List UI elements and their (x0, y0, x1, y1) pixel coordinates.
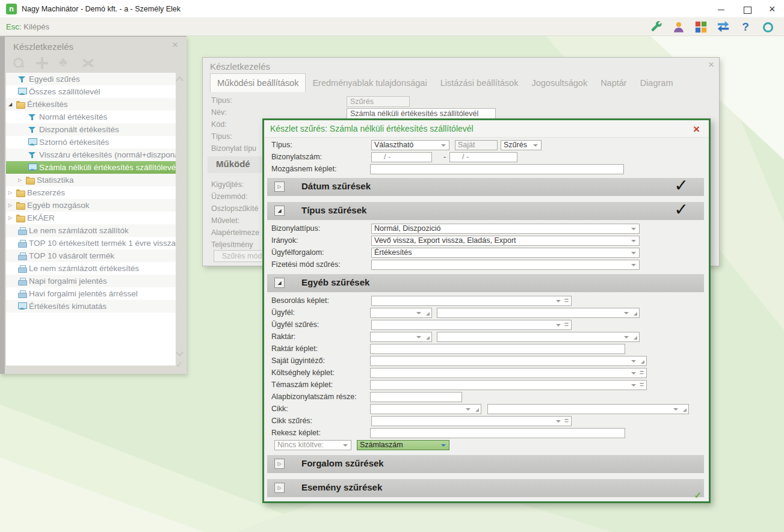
status-ring-icon[interactable] (761, 20, 774, 34)
fd-raktar-mode-combo[interactable] (370, 332, 432, 342)
fd-ugyfel-szures-combo[interactable] (371, 320, 572, 330)
sidebar-item-top10-ertekesitett[interactable]: TOP 10 értékesített termék 1 évre vissza (6, 237, 176, 249)
sidebar-item-visszaru-ertekesites[interactable]: Visszáru értékesítés (normál+diszponált (6, 148, 176, 161)
close-icon[interactable] (769, 5, 777, 13)
fd-fizetesi-mod-combo[interactable] (371, 260, 640, 270)
fd-nincs-kitoltve-combo[interactable]: Nincs kitöltve: (274, 440, 351, 450)
tree-label: Számla nélküli értékesítés szállítólevél (39, 163, 176, 172)
sidebar-item-statisztika[interactable]: Statisztika (6, 174, 176, 186)
expand-closed-icon[interactable] (8, 190, 16, 195)
fd-szamlaszam-combo[interactable]: Számlaszám (357, 440, 449, 450)
color-squares-icon[interactable] (694, 20, 708, 34)
section-expand-icon[interactable] (274, 459, 285, 469)
fd-cikk-szures-combo[interactable] (371, 416, 572, 426)
fd-koltseghely-combo[interactable] (370, 368, 647, 378)
sidebar-item-beszerzes[interactable]: Beszerzés (6, 186, 176, 199)
tree-icon[interactable] (58, 56, 72, 70)
scroll-down-icon[interactable] (176, 349, 183, 356)
expand-closed-icon[interactable] (8, 215, 16, 221)
section-expand-icon[interactable] (274, 182, 285, 192)
tipus-field[interactable]: Szűrés (347, 96, 410, 107)
fd-bizonylattipus-combo[interactable]: Normál, Diszpozició (371, 224, 640, 234)
user-icon[interactable] (672, 20, 685, 34)
fd-ugyfel-mode-combo[interactable] (370, 308, 432, 318)
fd-cikk-mode-combo[interactable] (370, 404, 481, 414)
fd-besorolas-combo[interactable] (371, 296, 572, 306)
expand-open-icon[interactable] (8, 102, 16, 107)
teljesitmeny-label: Teljesítmény (211, 240, 253, 249)
tab-mukodesi-beallitasok[interactable]: Működési beállítások (210, 73, 306, 92)
tab-jogosultsagok[interactable]: Jogosultságok (525, 74, 594, 92)
search-icon[interactable] (12, 56, 26, 70)
minimize-icon[interactable] (717, 5, 725, 13)
expand-closed-icon[interactable] (8, 203, 16, 208)
tools-icon[interactable] (81, 56, 95, 70)
sidebar-item-napi-forgalmi[interactable]: Napi forgalmi jelentés (6, 275, 176, 287)
maximize-icon[interactable] (743, 5, 751, 13)
section-collapse-icon[interactable] (274, 278, 285, 288)
bizonylat-tipus-label: Bizonylat típu (211, 144, 256, 153)
window-controls (717, 0, 777, 18)
fd-mozgasnem-input[interactable] (370, 164, 624, 174)
fd-raktar-keplet-input[interactable] (370, 344, 625, 354)
confirm-check-icon[interactable] (176, 359, 183, 369)
tree-label: Havi forgalmi jelentés árréssel (29, 289, 138, 298)
printer-icon (18, 227, 26, 234)
dropdown-arrow-icon (631, 252, 636, 254)
sidebar-item-top10-vasarolt[interactable]: TOP 10 vásárolt termék (6, 249, 176, 262)
sidebar-item-sztorno-ertekesites[interactable]: Sztornó értékesítés (6, 136, 176, 148)
section-title: Dátum szűrések (301, 181, 371, 191)
expand-closed-icon[interactable] (18, 177, 26, 183)
sidebar-item-osszes-szallitolevel[interactable]: Összes szállítólevél (6, 85, 176, 98)
fd-sajat-field[interactable]: Saját (455, 140, 498, 150)
dropdown-arrow-icon (416, 336, 421, 338)
fd-ugyfel-combo[interactable] (437, 308, 640, 318)
section-collapse-icon[interactable] (274, 206, 285, 216)
section-expand-icon[interactable] (274, 483, 285, 493)
fd-iranyok-combo[interactable]: Vevő vissza, Export vissza, Eladás, Expo… (371, 236, 640, 246)
tab-eredmenyablak[interactable]: Eredményablak tulajdonságai (306, 74, 433, 92)
fd-szures-combo[interactable]: Szűrés (501, 140, 542, 150)
sidebar-item-szamla-nelkuli-selected[interactable]: Számla nélküli értékesítés szállítólevél (6, 161, 176, 174)
fd-cikk-combo[interactable] (487, 404, 689, 414)
wrench-icon[interactable] (650, 20, 663, 34)
add-icon[interactable] (35, 56, 49, 70)
tab-listazasi[interactable]: Listázási beállítások (434, 74, 525, 92)
fd-ugyfelforgalom-combo[interactable]: Értékesítés (371, 248, 640, 258)
fd-raktar-combo[interactable] (437, 332, 640, 342)
fd-bizonylatszam-from[interactable]: / - (371, 152, 432, 162)
transfer-arrows-icon[interactable] (717, 20, 730, 34)
sidebar-item-normal-ertekesites[interactable]: Normál értékesítés (6, 111, 176, 123)
fd-bizonylatszam-to[interactable]: / - (449, 152, 517, 162)
dialog-ok-check-icon[interactable] (694, 490, 702, 501)
corner-grip-icon (475, 408, 479, 412)
tab-diagram[interactable]: Diagram (634, 74, 680, 92)
sidebar-item-le-nem-szamlazott-ertekesites[interactable]: Le nem számlázott értékesítés (6, 262, 176, 275)
fd-tipus-combo[interactable]: Választható (371, 140, 449, 150)
corner-grip-icon (426, 312, 430, 316)
szures-mod-button[interactable]: Szűrés mód (214, 250, 270, 262)
settings-close-icon[interactable] (708, 59, 714, 71)
sidebar-item-ertekesites[interactable]: Értékesítés (6, 98, 176, 111)
sidebar-item-le-nem-szamlazott-szallitok[interactable]: Le nem számlázott szállítók (6, 224, 176, 237)
corner-grip-icon (683, 408, 687, 412)
sidebar-item-diszponalt-ertekesites[interactable]: Diszponált értékesítés (6, 123, 176, 136)
sidebar-item-egyeb-mozgasok[interactable]: Egyéb mozgások (6, 199, 176, 212)
fd-sajat-ugyintezo-combo[interactable] (370, 356, 647, 366)
help-icon[interactable]: ? (739, 20, 752, 34)
fd-rekesz-keplet-input[interactable] (370, 428, 625, 438)
sidebar-item-ekaer[interactable]: EKÁER (6, 212, 176, 224)
sidebar-item-havi-forgalmi[interactable]: Havi forgalmi jelentés árréssel (6, 287, 176, 300)
sidebar-item-egyedi-szures[interactable]: Egyedi szűrés (6, 73, 176, 85)
sidebar-close-icon[interactable] (172, 39, 182, 49)
sidebar-item-ertekesites-kimutatas[interactable]: Értékesítés kimutatás (6, 300, 176, 313)
scroll-up-icon[interactable] (176, 75, 183, 82)
fd-koltseghely-label: Költséghely képlet: (271, 368, 335, 377)
tab-naptar[interactable]: Naptár (594, 74, 634, 92)
filter-close-icon[interactable] (693, 123, 704, 133)
sidebar-title: Készletkezelés (13, 41, 73, 52)
esc-exit[interactable]: Esc:Kilépés (6, 22, 49, 31)
fd-temaszam-combo[interactable] (370, 380, 647, 390)
nev-field[interactable]: Számla nélküli értékesítés szállítólevél (347, 108, 496, 119)
fd-alapbizonylatszam-input[interactable] (370, 392, 462, 402)
